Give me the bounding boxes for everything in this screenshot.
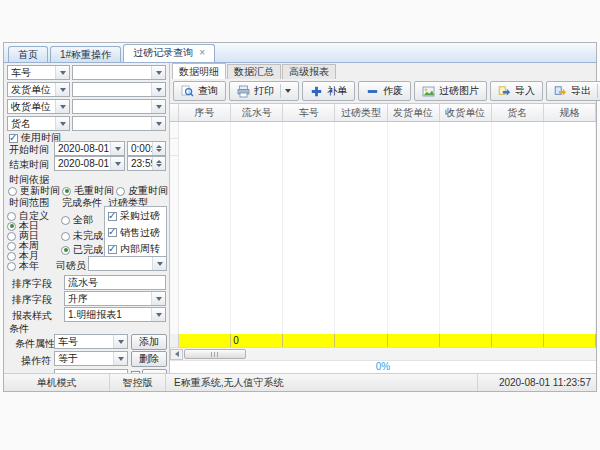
- sort-order-label: 排序字段: [12, 293, 52, 307]
- summary-cell: 0: [231, 334, 283, 347]
- column-header-shipper[interactable]: 发货单位: [388, 104, 440, 121]
- export-icon: [554, 85, 567, 98]
- chevron-down-icon[interactable]: [55, 100, 69, 113]
- column-header-serial[interactable]: 流水号: [231, 104, 283, 121]
- summary-cell: [179, 334, 231, 347]
- goods-field-selector[interactable]: 货名: [7, 116, 70, 131]
- export-button[interactable]: 导出: [546, 81, 600, 101]
- add-condition-button[interactable]: 添加: [131, 334, 167, 350]
- import-button[interactable]: 导入: [490, 81, 543, 101]
- supplement-button[interactable]: 补单: [302, 81, 355, 101]
- tab-data-summary[interactable]: 数据汇总: [227, 64, 281, 79]
- search-icon: [181, 85, 194, 98]
- report-style-combo[interactable]: 1.明细报表1: [64, 307, 166, 322]
- column-header-receiver[interactable]: 收货单位: [440, 104, 492, 121]
- sort-order-combo[interactable]: 升序: [64, 291, 166, 306]
- checkbox-purchase-weigh[interactable]: 采购过磅: [108, 209, 166, 223]
- condition-attr-combo[interactable]: 车号: [54, 334, 128, 349]
- data-panel: 数据明细 数据汇总 高级报表 查询 打印 补单: [170, 63, 596, 373]
- vehicle-value-combo[interactable]: [72, 65, 166, 80]
- operator-combo[interactable]: 等于: [54, 351, 128, 366]
- delete-condition-button[interactable]: 删除: [131, 351, 167, 367]
- vehicle-field-selector[interactable]: 车号: [7, 65, 70, 80]
- summary-indicator-cell: [170, 334, 179, 347]
- tab-advanced-report[interactable]: 高级报表: [282, 64, 336, 79]
- row-indicator-header: [170, 104, 179, 121]
- status-mode: 单机模式: [4, 374, 110, 391]
- radio-all[interactable]: 全部: [61, 213, 93, 227]
- chevron-down-icon[interactable]: [151, 100, 165, 113]
- column-header-weigh-type[interactable]: 过磅类型: [335, 104, 387, 121]
- checkbox-internal-transfer[interactable]: 内部周转: [108, 242, 166, 256]
- start-time-spinner[interactable]: 0:00:00: [127, 141, 166, 156]
- tab-record-query[interactable]: 过磅记录查询×: [123, 44, 215, 62]
- scroll-left-arrow-icon[interactable]: [170, 349, 183, 360]
- radio-icon: [61, 246, 70, 255]
- checkbox-sale-weigh[interactable]: 销售过磅: [108, 226, 166, 240]
- horizontal-scrollbar[interactable]: [170, 347, 596, 360]
- tab-weigh-operation[interactable]: 1#称重操作: [50, 46, 121, 62]
- clipped-button[interactable]: [142, 369, 167, 373]
- column-header-spec[interactable]: 规格: [544, 104, 596, 121]
- weigher-combo[interactable]: [88, 256, 167, 271]
- query-button[interactable]: 查询: [173, 81, 226, 101]
- end-time-spinner[interactable]: 23:59:59: [127, 156, 166, 171]
- calendar-dropdown-icon[interactable]: [110, 157, 124, 170]
- grid-body[interactable]: [170, 122, 596, 334]
- sort-field-input[interactable]: 流水号: [64, 275, 166, 290]
- checkbox-check-icon: [9, 134, 18, 143]
- checkbox-check-icon: [108, 245, 117, 254]
- chevron-down-icon[interactable]: [113, 352, 127, 365]
- column-header-seq[interactable]: 序号: [179, 104, 231, 121]
- shipper-value-combo[interactable]: [72, 82, 166, 97]
- print-button[interactable]: 打印: [229, 81, 299, 101]
- chevron-down-icon[interactable]: [151, 117, 165, 130]
- close-tab-icon[interactable]: ×: [199, 47, 205, 58]
- weigher-label: 司磅员: [56, 259, 86, 273]
- spinner-arrows-icon[interactable]: [152, 142, 165, 155]
- body-column: [335, 122, 387, 334]
- chevron-down-icon[interactable]: [55, 83, 69, 96]
- summary-cell: [335, 334, 387, 347]
- start-date-picker[interactable]: 2020-08-01: [54, 141, 125, 156]
- condition-attr-label: 条件属性: [15, 337, 55, 351]
- receiver-field-selector[interactable]: 收货单位: [7, 99, 70, 114]
- value-checkbox[interactable]: [131, 371, 140, 373]
- spinner-arrows-icon[interactable]: [152, 157, 165, 170]
- chevron-down-icon[interactable]: [152, 257, 166, 270]
- print-dropdown-icon[interactable]: [280, 84, 291, 98]
- chevron-down-icon[interactable]: [113, 335, 127, 348]
- tab-home[interactable]: 首页: [8, 46, 48, 62]
- app-window: 首页 1#称重操作 过磅记录查询× 车号 发货单位 收货单位 货名 使用时间 开…: [3, 42, 597, 392]
- tab-data-detail[interactable]: 数据明细: [172, 63, 226, 79]
- radio-unfinished[interactable]: 未完成: [61, 229, 103, 243]
- body-column: [492, 122, 544, 334]
- void-button[interactable]: 作废: [358, 81, 411, 101]
- goods-value-combo[interactable]: [72, 116, 166, 131]
- chevron-down-icon[interactable]: [55, 117, 69, 130]
- chevron-down-icon[interactable]: [151, 66, 165, 79]
- finish-cond-label: 完成条件: [62, 196, 102, 210]
- end-time-label: 结束时间: [9, 158, 49, 172]
- chevron-down-icon[interactable]: [151, 308, 165, 321]
- receiver-value-combo[interactable]: [72, 99, 166, 114]
- body-column: [179, 122, 231, 334]
- chevron-down-icon[interactable]: [55, 66, 69, 79]
- radio-this-year[interactable]: 本年: [7, 259, 39, 273]
- radio-finished[interactable]: 已完成: [61, 243, 103, 257]
- summary-cell: [388, 334, 440, 347]
- shipper-field-selector[interactable]: 发货单位: [7, 82, 70, 97]
- radio-icon: [7, 262, 16, 271]
- column-header-vehicle[interactable]: 车号: [283, 104, 335, 121]
- scroll-thumb[interactable]: [184, 349, 246, 359]
- chevron-down-icon[interactable]: [151, 292, 165, 305]
- end-date-picker[interactable]: 2020-08-01: [54, 156, 125, 171]
- radio-icon: [116, 187, 125, 196]
- weigh-photo-button[interactable]: 过磅图片: [414, 81, 487, 101]
- summary-cell: [283, 334, 335, 347]
- status-datetime: 2020-08-01 11:23:57: [478, 374, 596, 391]
- value-input[interactable]: [54, 369, 128, 373]
- calendar-dropdown-icon[interactable]: [110, 142, 124, 155]
- chevron-down-icon[interactable]: [151, 83, 165, 96]
- column-header-goods[interactable]: 货名: [492, 104, 544, 121]
